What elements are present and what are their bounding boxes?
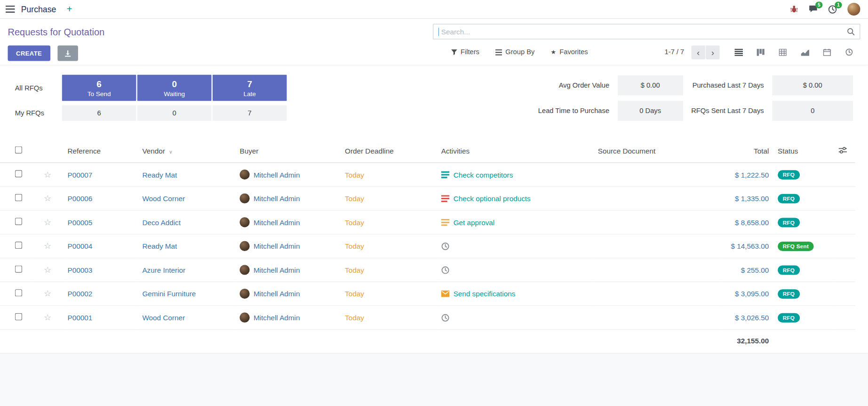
header-activities[interactable]: Activities	[438, 139, 595, 163]
apps-menu-icon[interactable]	[6, 6, 15, 13]
user-avatar[interactable]	[847, 3, 860, 16]
row-checkbox[interactable]	[15, 313, 22, 320]
reference-link[interactable]: P00007	[68, 171, 93, 179]
buyer-name[interactable]: Mitchell Admin	[254, 266, 300, 274]
messages-button[interactable]: 5	[809, 5, 818, 14]
row-checkbox[interactable]	[15, 242, 22, 249]
search-bar[interactable]	[433, 24, 860, 40]
debug-bug-icon[interactable]	[790, 5, 798, 14]
activity-label[interactable]: Send specifications	[454, 290, 516, 298]
activity-cell[interactable]: Check optional products	[441, 195, 591, 203]
export-button[interactable]	[57, 45, 78, 61]
activity-cell[interactable]	[441, 266, 591, 274]
search-input[interactable]	[439, 27, 847, 36]
header-total[interactable]: Total	[719, 139, 774, 163]
favorite-star-icon[interactable]: ☆	[44, 313, 51, 322]
buyer-name[interactable]: Mitchell Admin	[254, 218, 300, 227]
reference-link[interactable]: P00001	[68, 314, 93, 322]
row-checkbox[interactable]	[15, 194, 22, 201]
optional-columns-button[interactable]	[835, 139, 855, 163]
vendor-link[interactable]: Azure Interior	[142, 266, 185, 274]
header-source-document[interactable]: Source Document	[595, 139, 719, 163]
table-row[interactable]: ☆ P00006 Wood Corner Mitchell Admin Toda…	[0, 187, 855, 211]
activity-cell[interactable]: Check competitors	[441, 171, 591, 179]
header-order-deadline[interactable]: Order Deadline	[342, 139, 438, 163]
table-row[interactable]: ☆ P00004 Ready Mat Mitchell Admin Today …	[0, 234, 855, 258]
activity-label[interactable]: Check optional products	[454, 195, 531, 203]
favorite-star-icon[interactable]: ☆	[44, 217, 51, 227]
kanban-view-icon[interactable]	[749, 45, 772, 59]
pager-next-button[interactable]: ›	[706, 45, 719, 59]
buyer-name[interactable]: Mitchell Admin	[254, 314, 300, 322]
my-to-send[interactable]: 6	[62, 106, 136, 121]
vendor-link[interactable]: Wood Corner	[142, 314, 185, 322]
favorite-star-icon[interactable]: ☆	[44, 194, 51, 203]
vendor-link[interactable]: Deco Addict	[142, 218, 181, 227]
activity-icon[interactable]	[441, 266, 450, 274]
reference-link[interactable]: P00006	[68, 195, 93, 203]
buyer-name[interactable]: Mitchell Admin	[254, 171, 300, 179]
activity-icon[interactable]	[441, 314, 450, 322]
table-row[interactable]: ☆ P00001 Wood Corner Mitchell Admin Toda…	[0, 306, 855, 330]
activities-button[interactable]: 1	[828, 5, 837, 14]
kpi-to-send[interactable]: 6 To Send	[62, 75, 136, 101]
buyer-name[interactable]: Mitchell Admin	[254, 195, 300, 203]
vendor-link[interactable]: Gemini Furniture	[142, 290, 196, 298]
favorite-star-icon[interactable]: ☆	[44, 289, 51, 298]
row-checkbox[interactable]	[15, 289, 22, 296]
my-late[interactable]: 7	[213, 106, 287, 121]
activity-cell[interactable]	[441, 242, 591, 251]
create-button[interactable]: CREATE	[8, 45, 50, 61]
order-deadline: Today	[345, 218, 364, 227]
reference-link[interactable]: P00004	[68, 242, 93, 251]
group-by-button[interactable]: Group By	[495, 48, 534, 56]
vendor-link[interactable]: Ready Mat	[142, 242, 177, 251]
pager-previous-button[interactable]: ‹	[692, 45, 705, 59]
activity-cell[interactable]: Get approval	[441, 218, 591, 227]
pivot-view-icon[interactable]	[772, 45, 794, 59]
header-reference[interactable]: Reference	[64, 139, 139, 163]
select-all-checkbox[interactable]	[15, 146, 22, 154]
activity-icon[interactable]	[441, 171, 450, 178]
favorite-star-icon[interactable]: ☆	[44, 241, 51, 251]
graph-view-icon[interactable]	[794, 45, 816, 59]
list-view-icon[interactable]	[727, 45, 749, 59]
reference-link[interactable]: P00002	[68, 290, 93, 298]
vendor-link[interactable]: Wood Corner	[142, 195, 185, 203]
buyer-name[interactable]: Mitchell Admin	[254, 290, 300, 298]
activity-cell[interactable]: Send specifications	[441, 290, 591, 298]
activity-icon[interactable]	[441, 242, 450, 251]
calendar-view-icon[interactable]	[816, 45, 838, 59]
reference-link[interactable]: P00003	[68, 266, 93, 274]
activity-cell[interactable]	[441, 314, 591, 322]
activity-view-icon[interactable]	[838, 45, 860, 59]
favorites-button[interactable]: ★ Favorites	[551, 48, 588, 56]
header-buyer[interactable]: Buyer	[236, 139, 342, 163]
table-row[interactable]: ☆ P00007 Ready Mat Mitchell Admin Today …	[0, 163, 855, 187]
header-vendor[interactable]: Vendor∨	[139, 139, 236, 163]
favorite-star-icon[interactable]: ☆	[44, 265, 51, 275]
my-waiting[interactable]: 0	[137, 106, 212, 121]
table-row[interactable]: ☆ P00002 Gemini Furniture Mitchell Admin…	[0, 282, 855, 306]
activity-label[interactable]: Get approval	[454, 218, 495, 227]
vendor-link[interactable]: Ready Mat	[142, 171, 177, 179]
row-checkbox[interactable]	[15, 266, 22, 273]
table-row[interactable]: ☆ P00003 Azure Interior Mitchell Admin T…	[0, 258, 855, 282]
activity-icon[interactable]	[441, 219, 450, 226]
reference-link[interactable]: P00005	[68, 218, 93, 227]
favorite-star-icon[interactable]: ☆	[44, 170, 51, 179]
kpi-late[interactable]: 7 Late	[213, 75, 287, 101]
activity-icon[interactable]	[441, 195, 450, 202]
buyer-name[interactable]: Mitchell Admin	[254, 242, 300, 251]
search-icon[interactable]	[847, 28, 854, 35]
header-status[interactable]: Status	[774, 139, 835, 163]
table-row[interactable]: ☆ P00005 Deco Addict Mitchell Admin Toda…	[0, 211, 855, 235]
activity-icon[interactable]	[441, 291, 450, 297]
row-checkbox[interactable]	[15, 170, 22, 177]
new-tab-icon[interactable]: +	[67, 4, 72, 15]
app-name[interactable]: Purchase	[21, 4, 56, 14]
filters-button[interactable]: Filters	[451, 48, 479, 56]
kpi-waiting[interactable]: 0 Waiting	[137, 75, 212, 101]
activity-label[interactable]: Check competitors	[454, 171, 513, 179]
row-checkbox[interactable]	[15, 218, 22, 225]
